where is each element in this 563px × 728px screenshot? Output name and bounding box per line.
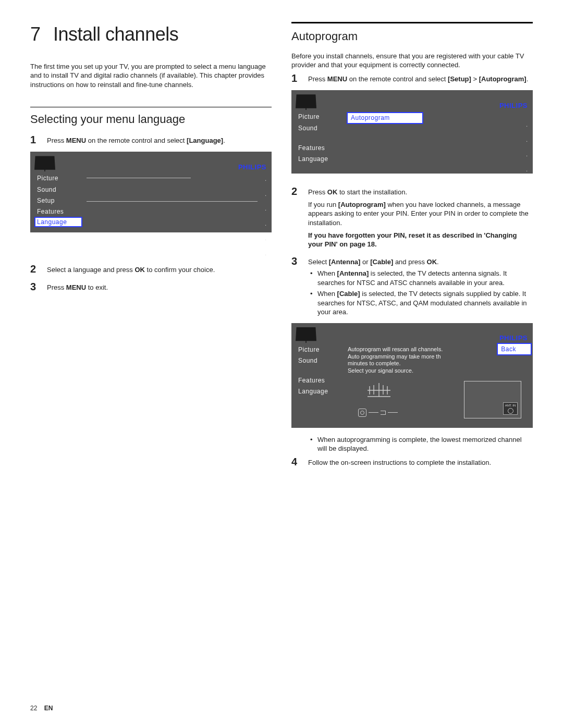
menu-item-sound[interactable]: Sound	[297, 124, 342, 133]
bullet-cable: When [Cable] is selected, the TV detects…	[308, 289, 533, 317]
page-number: 22	[30, 705, 37, 712]
step-3: 3 Press MENU to exit.	[30, 281, 272, 295]
bullet-lowest-channel: When autoprogramming is complete, the lo…	[308, 435, 533, 453]
chapter-intro: The first time you set up your TV, you a…	[30, 62, 272, 90]
divider-heavy	[291, 22, 533, 23]
divider	[30, 107, 272, 107]
tv-icon	[296, 94, 316, 110]
ap-step-1: 1 Press MENU on the remote control and s…	[291, 73, 533, 87]
tv-icon	[34, 156, 55, 171]
menu-item-picture[interactable]: Picture	[297, 112, 342, 121]
autoprogram-steps-2: 2 Press OK to start the installation. If…	[291, 186, 533, 319]
autoprogram-steps: 1 Press MENU on the remote control and s…	[291, 73, 533, 87]
pin-reset-note: If you have forgotten your PIN, reset it…	[308, 231, 533, 249]
ap-step-2: 2 Press OK to start the installation. If…	[291, 186, 533, 251]
ant-in-port: ANT. IN	[503, 402, 518, 415]
menu-item-language[interactable]: Language	[297, 387, 342, 396]
menu-selected-autoprogram[interactable]: Autoprogram	[348, 113, 422, 122]
tv-menu-language: PHILIPS Picture Sound Setup Features Lan…	[30, 152, 272, 232]
ap-step-3: 3 Select [Antenna] or [Cable] and press …	[291, 256, 533, 319]
chapter-number: 7	[30, 22, 41, 47]
brand-logo: PHILIPS	[499, 101, 528, 110]
bullet-antenna: When [Antenna] is selected, the TV detec…	[308, 269, 533, 287]
menu-item-sound[interactable]: Sound	[297, 356, 342, 365]
menu-item-setup[interactable]: Setup	[35, 196, 81, 205]
menu-item-language[interactable]: Language	[35, 218, 81, 226]
menu-left-list: Picture Sound Features Language	[297, 112, 342, 164]
page-lang: EN	[44, 705, 53, 712]
menu-item-language[interactable]: Language	[297, 154, 342, 164]
left-column: 7 Install channels The first time you se…	[30, 22, 272, 474]
menu-item-sound[interactable]: Sound	[35, 185, 81, 194]
section-title-autoprogram: Autoprogram	[291, 29, 533, 44]
tv-menu-setup: PHILIPS Picture Sound Features Language …	[291, 90, 533, 174]
menu-item-features[interactable]: Features	[35, 207, 81, 216]
autoprogram-intro: Before you install channels, ensure that…	[291, 52, 533, 70]
right-column: Autoprogram Before you install channels,…	[291, 22, 533, 474]
language-steps: 1 Press MENU on the remote control and s…	[30, 134, 272, 148]
tv-outline-icon: ANT. IN	[464, 381, 521, 418]
menu-item-picture[interactable]: Picture	[297, 345, 342, 354]
menu-item-blank	[297, 134, 342, 142]
ap-step-4: 4 Follow the on-screen instructions to c…	[291, 456, 533, 470]
menu-item-picture[interactable]: Picture	[35, 174, 81, 183]
chapter-heading: 7 Install channels	[30, 22, 272, 47]
chapter-title-text: Install channels	[53, 22, 178, 47]
menu-left-list: Picture Sound Features Language	[297, 345, 342, 424]
cable-box-icon	[358, 407, 400, 418]
step-2: 2 Select a language and press OK to conf…	[30, 264, 272, 277]
page-footer: 22 EN	[30, 704, 53, 712]
step-1: 1 Press MENU on the remote control and s…	[30, 134, 272, 148]
menu-item-features[interactable]: Features	[297, 376, 342, 385]
section-title-language: Selecting your menu language	[30, 112, 272, 127]
antenna-icon	[363, 381, 395, 399]
signal-diagram: ANT. IN	[348, 379, 528, 424]
menu-item-features[interactable]: Features	[297, 143, 342, 153]
tv-icon	[296, 327, 316, 343]
brand-logo: PHILIPS	[499, 334, 528, 343]
language-steps-cont: 2 Select a language and press OK to conf…	[30, 264, 272, 294]
menu-left-list: Picture Sound Setup Features Language	[35, 174, 81, 226]
menu-item-blank	[297, 367, 342, 374]
brand-logo: PHILIPS	[238, 163, 266, 172]
autoprogram-steps-4: 4 Follow the on-screen instructions to c…	[291, 456, 533, 470]
tv-menu-signal-source: PHILIPS Picture Sound Features Language …	[291, 323, 533, 428]
back-button[interactable]: Back	[498, 344, 531, 354]
